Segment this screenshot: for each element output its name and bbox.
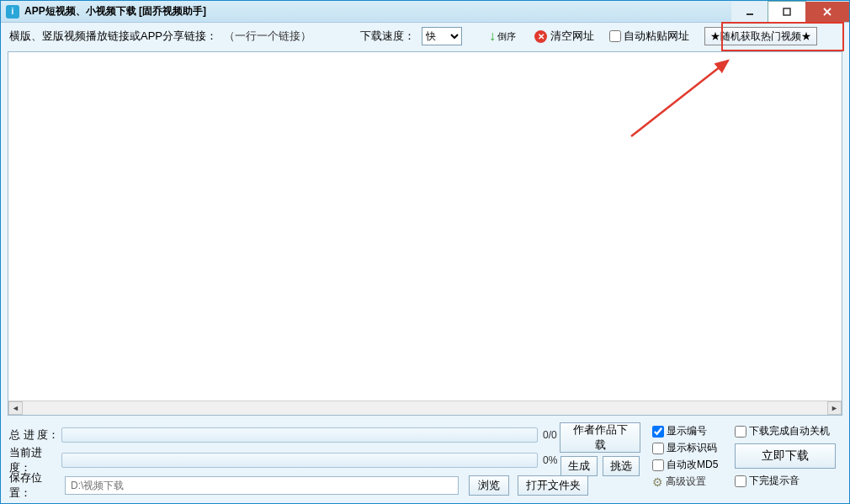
show-mark-input[interactable] <box>652 443 664 454</box>
horizontal-scrollbar[interactable]: ◄ ► <box>8 401 842 415</box>
gear-icon: ⚙ <box>652 475 663 489</box>
no-sound-input[interactable] <box>735 475 746 487</box>
url-input-label: 横版、竖版视频播放链接或APP分享链接： <box>9 29 217 44</box>
svg-line-3 <box>824 8 831 15</box>
svg-line-2 <box>824 8 831 15</box>
pick-button[interactable]: 挑选 <box>603 456 640 476</box>
generate-button[interactable]: 生成 <box>560 456 598 476</box>
app-icon: i <box>6 5 19 19</box>
total-progress-bar <box>61 427 538 443</box>
window-title: APP短视频、小视频下载 [固乔视频助手] <box>24 4 206 19</box>
browse-button[interactable]: 浏览 <box>469 475 509 496</box>
scroll-track[interactable] <box>23 401 827 415</box>
show-index-label: 显示编号 <box>667 424 707 438</box>
auto-shutdown-label: 下载完成自动关机 <box>749 424 830 438</box>
arrow-down-icon: ↓ <box>489 29 496 44</box>
total-progress-label: 总 进 度： <box>9 427 61 443</box>
reverse-order-button[interactable]: ↓ 倒序 <box>489 29 516 44</box>
minimize-button[interactable] <box>731 2 768 22</box>
no-sound-label: 下完提示音 <box>749 474 800 488</box>
close-circle-icon: ✕ <box>534 30 547 43</box>
auto-md5-input[interactable] <box>652 459 664 471</box>
scroll-left-button[interactable]: ◄ <box>8 401 23 415</box>
auto-md5-label: 自动改MD5 <box>667 458 718 472</box>
url-input-hint: （一行一个链接） <box>224 29 311 44</box>
advanced-label: 高级设置 <box>666 475 706 489</box>
speed-label: 下载速度： <box>360 29 415 44</box>
close-button[interactable] <box>805 2 849 22</box>
save-path-label: 保存位置： <box>9 470 61 501</box>
save-path-input[interactable] <box>65 476 459 495</box>
open-folder-button[interactable]: 打开文件夹 <box>518 475 588 496</box>
total-progress-text: 0/0 <box>543 429 557 441</box>
maximize-button[interactable] <box>768 2 805 22</box>
current-progress-bar <box>61 453 538 468</box>
toolbar: 横版、竖版视频播放链接或APP分享链接： （一行一个链接） 下载速度： 快 ↓ … <box>1 23 849 50</box>
no-sound-checkbox[interactable]: 下完提示音 <box>735 474 842 488</box>
random-hot-videos-button[interactable]: ★随机获取热门视频★ <box>704 27 817 45</box>
auto-shutdown-checkbox[interactable]: 下载完成自动关机 <box>735 424 842 438</box>
url-textarea-container: ◄ ► <box>8 51 842 416</box>
auto-paste-checkbox[interactable]: 自动粘贴网址 <box>609 29 689 44</box>
show-index-input[interactable] <box>652 426 664 438</box>
speed-select[interactable]: 快 <box>422 27 462 45</box>
show-mark-label: 显示标识码 <box>667 441 717 455</box>
download-now-button[interactable]: 立即下载 <box>735 443 836 469</box>
clear-urls-button[interactable]: ✕ 清空网址 <box>534 29 594 44</box>
scroll-right-button[interactable]: ► <box>827 401 842 415</box>
bottom-panel: 总 进 度： 0/0 当前进度： 0% 保存位置： 浏览 打开文件夹 作者作品下… <box>1 421 849 503</box>
clear-label: 清空网址 <box>550 29 594 44</box>
url-textarea[interactable] <box>8 52 842 401</box>
show-index-checkbox[interactable]: 显示编号 <box>652 424 718 438</box>
author-works-download-button[interactable]: 作者作品下载 <box>560 422 640 453</box>
advanced-settings-link[interactable]: ⚙ 高级设置 <box>652 475 718 489</box>
show-mark-checkbox[interactable]: 显示标识码 <box>652 441 718 455</box>
auto-paste-input[interactable] <box>609 30 621 42</box>
auto-shutdown-input[interactable] <box>735 426 746 438</box>
current-progress-text: 0% <box>543 454 557 466</box>
auto-md5-checkbox[interactable]: 自动改MD5 <box>652 458 718 472</box>
auto-paste-label: 自动粘贴网址 <box>624 29 689 44</box>
title-bar: i APP短视频、小视频下载 [固乔视频助手] <box>1 1 849 23</box>
svg-rect-1 <box>784 8 790 15</box>
reverse-label: 倒序 <box>497 32 516 41</box>
